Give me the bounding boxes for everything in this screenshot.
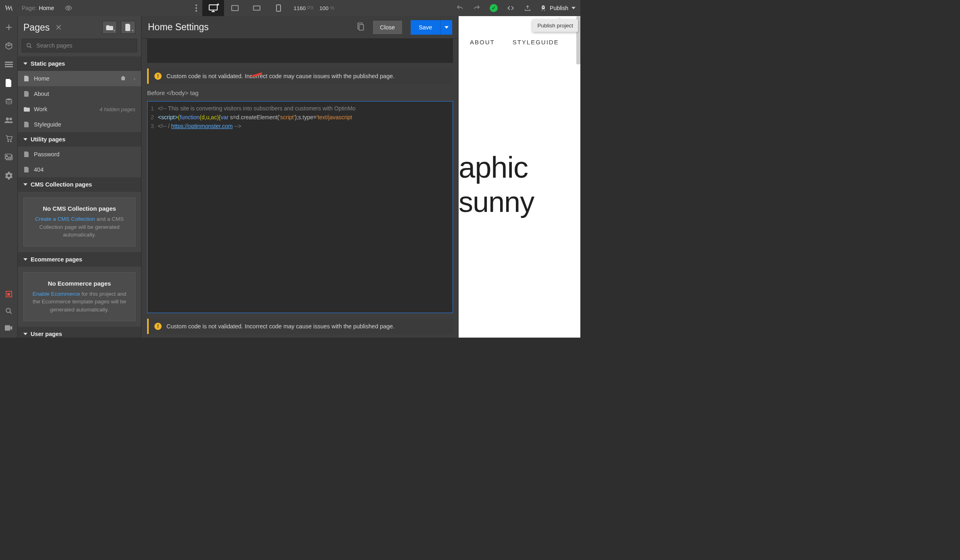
webflow-logo-icon[interactable]: [0, 0, 18, 16]
page-item-password[interactable]: Password: [18, 147, 141, 162]
canvas-zoom-unit: %: [330, 5, 335, 11]
nav-link-styleguide[interactable]: STYLEGUIDE: [513, 39, 559, 46]
search-pages-field[interactable]: [36, 42, 133, 49]
save-button[interactable]: Save: [411, 20, 440, 35]
page-item-styleguide[interactable]: Styleguide: [18, 117, 141, 132]
redo-icon[interactable]: [468, 0, 485, 16]
chevron-right-icon[interactable]: ›: [133, 75, 135, 82]
undo-icon[interactable]: [451, 0, 468, 16]
folder-icon: [23, 107, 30, 112]
page-item-work[interactable]: Work 4 hidden pages: [18, 102, 141, 117]
warning-icon: !: [154, 323, 162, 330]
svg-point-19: [6, 308, 10, 313]
page-file-icon: [23, 151, 30, 158]
prior-code-block: [147, 39, 453, 63]
section-header-utility[interactable]: Utility pages: [18, 132, 141, 147]
ecommerce-icon[interactable]: [4, 134, 14, 143]
plus-badge-icon: +: [132, 29, 134, 33]
page-item-label: Styleguide: [34, 121, 61, 128]
code-content[interactable]: <!-- This site is converting visitors in…: [158, 102, 359, 313]
create-cms-link[interactable]: Create a CMS Collection: [35, 216, 95, 222]
box-3d-icon[interactable]: [4, 41, 14, 51]
page-file-icon: [23, 76, 30, 82]
svg-point-12: [6, 118, 8, 120]
plus-badge-icon: +: [113, 29, 115, 33]
canvas-zoom-value: 100: [319, 5, 328, 11]
close-button[interactable]: Close: [372, 20, 403, 35]
publish-button-label: Publish: [550, 5, 568, 11]
save-dropdown-button[interactable]: [440, 20, 452, 35]
pages-panel-header: Pages ✕ + +: [18, 16, 141, 39]
page-item-home[interactable]: Home ›: [18, 71, 141, 86]
search-pages-input[interactable]: [22, 39, 137, 52]
assets-icon[interactable]: [4, 152, 14, 162]
page-settings-panel: Home Settings Close Save ! Custom code i…: [141, 16, 459, 338]
page-item-label: Password: [34, 151, 60, 158]
viewport-desktop-icon[interactable]: ★: [202, 0, 224, 16]
new-folder-button[interactable]: +: [102, 21, 117, 34]
svg-point-13: [9, 118, 12, 120]
canvas-size-display[interactable]: 1160 PX 100 %: [289, 5, 338, 11]
hero-text: aphic sunny: [459, 150, 580, 218]
close-panel-icon[interactable]: ✕: [55, 23, 62, 32]
navigator-icon[interactable]: [4, 60, 14, 69]
hidden-pages-badge: 4 hidden pages: [100, 106, 135, 112]
copy-icon[interactable]: [357, 23, 364, 32]
home-icon: [120, 75, 126, 82]
enable-ecom-link[interactable]: Enable Ecommerce: [33, 291, 80, 297]
svg-rect-5: [232, 6, 238, 11]
settings-title: Home Settings: [148, 22, 353, 33]
export-icon[interactable]: [519, 0, 536, 16]
cms-empty-state: No CMS Collection pages Create a CMS Col…: [23, 197, 135, 247]
svg-rect-8: [5, 62, 13, 63]
code-icon[interactable]: [502, 0, 519, 16]
page-item-label: Home: [34, 75, 50, 82]
settings-gear-icon[interactable]: [4, 171, 14, 180]
viewport-tablet-icon[interactable]: [224, 0, 246, 16]
new-page-button[interactable]: +: [121, 21, 135, 34]
warning-text: Custom code is not validated. Incorrect …: [166, 323, 395, 330]
page-item-label: Work: [34, 106, 48, 112]
ecom-empty-title: No Ecommerce pages: [29, 280, 129, 287]
design-canvas[interactable]: ABOUT STYLEGUIDE aphic sunny: [459, 16, 580, 338]
page-item-label: 404: [34, 166, 44, 173]
section-header-cms[interactable]: CMS Collection pages: [18, 177, 141, 192]
page-item-label: About: [34, 91, 49, 97]
code-section-label: Before </body> tag: [147, 89, 453, 96]
ecom-empty-state: No Ecommerce pages Enable Ecommerce for …: [23, 272, 135, 321]
hero-line-2: sunny: [459, 185, 580, 218]
more-menu-icon[interactable]: [190, 0, 202, 16]
svg-rect-10: [5, 66, 13, 67]
svg-point-3: [195, 10, 197, 12]
svg-point-11: [6, 99, 12, 101]
publish-button[interactable]: Publish: [536, 0, 580, 16]
custom-code-editor[interactable]: 123 <!-- This site is converting visitor…: [147, 101, 453, 313]
section-header-ecom[interactable]: Ecommerce pages: [18, 252, 141, 267]
video-icon[interactable]: [4, 323, 14, 333]
cms-icon[interactable]: [4, 97, 14, 106]
publish-tooltip: Publish project: [532, 19, 578, 32]
section-header-user[interactable]: User pages: [18, 327, 141, 338]
viewport-tablet-landscape-icon[interactable]: [246, 0, 268, 16]
svg-rect-20: [5, 325, 10, 330]
viewport-mobile-icon[interactable]: [268, 0, 289, 16]
page-item-about[interactable]: About: [18, 86, 141, 102]
search-icon[interactable]: [4, 306, 14, 316]
pages-icon[interactable]: [4, 78, 14, 88]
nav-link-about[interactable]: ABOUT: [470, 39, 495, 46]
star-badge-icon: ★: [216, 2, 220, 6]
section-header-static[interactable]: Static pages: [18, 56, 141, 71]
users-icon[interactable]: [4, 115, 14, 125]
page-file-icon: [23, 122, 30, 128]
code-gutter: 123: [148, 102, 158, 313]
svg-point-2: [195, 7, 197, 9]
current-page-name[interactable]: Home: [39, 5, 54, 11]
page-item-404[interactable]: 404: [18, 162, 141, 177]
add-element-icon[interactable]: [4, 23, 14, 32]
top-bar: Page: Home ★ 1160 PX 100 % ✓ Publish Pub…: [0, 0, 580, 16]
cms-empty-title: No CMS Collection pages: [29, 205, 129, 212]
audit-icon[interactable]: [4, 289, 14, 299]
preview-eye-icon[interactable]: [60, 2, 77, 14]
settings-header: Home Settings Close Save: [141, 16, 459, 39]
status-check-icon[interactable]: ✓: [485, 0, 502, 16]
